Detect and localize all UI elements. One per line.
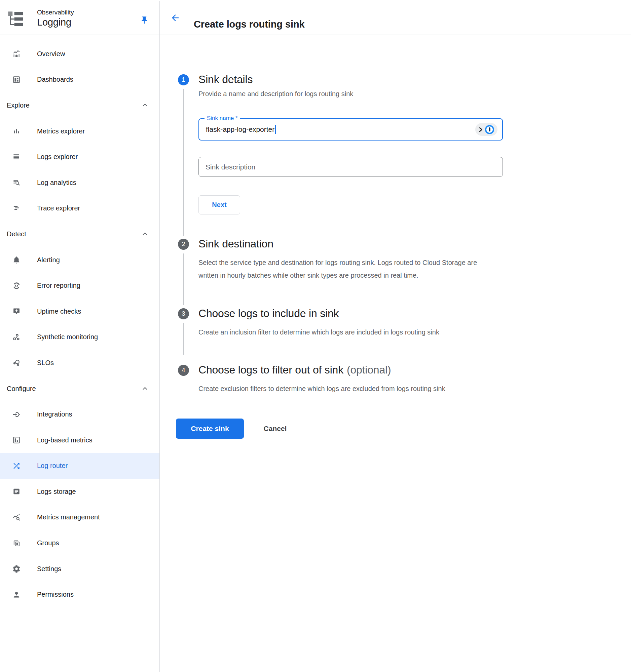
metrics-management-icon — [12, 513, 21, 522]
sidebar-item-label: Metrics management — [37, 513, 100, 521]
sidebar-item-dashboards[interactable]: Dashboards — [0, 67, 159, 93]
sidebar-item-slos[interactable]: SLOs — [0, 350, 159, 376]
sidebar-item-log-router[interactable]: Log router — [0, 453, 159, 479]
integrations-icon — [12, 410, 21, 419]
sidebar-item-label: Metrics explorer — [37, 127, 85, 135]
sidebar-item-settings[interactable]: Settings — [0, 556, 159, 582]
sidebar-section-label: Explore — [7, 101, 30, 109]
sidebar-nav: OverviewDashboardsExploreMetrics explore… — [0, 35, 159, 607]
step-2-title: Sink destination — [198, 236, 274, 251]
log-based-metrics-icon — [12, 436, 21, 445]
stepper-line — [183, 323, 184, 355]
stepper-line — [183, 254, 184, 305]
sidebar: Observability Logging OverviewDashboards… — [0, 1, 160, 672]
create-sink-stepper: 1 Sink details Provide a name and descri… — [160, 35, 631, 672]
step-1-description: Provide a name and description for logs … — [198, 88, 353, 100]
logs-storage-icon — [12, 487, 21, 496]
sidebar-item-permissions[interactable]: Permissions — [0, 581, 159, 607]
permissions-icon — [12, 590, 21, 599]
sink-name-value-row: flask-app-log-exporter — [199, 119, 502, 140]
sidebar-section-configure[interactable]: Configure — [0, 376, 159, 402]
step-2-title-text: Sink destination — [198, 238, 274, 250]
sidebar-item-label: Log analytics — [37, 179, 76, 187]
sidebar-item-label: Uptime checks — [37, 308, 81, 315]
sidebar-item-trace-explorer[interactable]: Trace explorer — [0, 196, 159, 221]
step-3-circle: 3 — [178, 308, 189, 319]
step-4-title: Choose logs to filter out of sink(option… — [198, 362, 391, 377]
step-2-description: Select the service type and destination … — [198, 256, 481, 282]
sidebar-item-log-based-metrics[interactable]: Log-based metrics — [0, 427, 159, 453]
groups-icon — [12, 539, 21, 548]
sidebar-section-explore[interactable]: Explore — [0, 92, 159, 118]
pin-icon[interactable] — [139, 15, 149, 25]
sidebar-item-error-reporting[interactable]: Error reporting — [0, 273, 159, 298]
sidebar-item-overview[interactable]: Overview — [0, 41, 159, 67]
sidebar-section-detect[interactable]: Detect — [0, 221, 159, 247]
sidebar-item-synthetic-monitoring[interactable]: Synthetic monitoring — [0, 325, 159, 350]
sidebar-item-metrics-management[interactable]: Metrics management — [0, 505, 159, 530]
logs-explorer-icon — [12, 153, 21, 161]
cancel-button[interactable]: Cancel — [252, 418, 299, 439]
step-4-title-text: Choose logs to filter out of sink — [198, 364, 344, 376]
stepper-line — [183, 89, 184, 236]
sidebar-item-label: Overview — [37, 50, 65, 58]
step-3-title: Choose logs to include in sink — [198, 306, 339, 321]
password-manager-autofill-button[interactable] — [475, 123, 497, 136]
step-3-title-text: Choose logs to include in sink — [198, 307, 339, 319]
sidebar-item-label: Integrations — [37, 410, 72, 418]
sidebar-item-uptime-checks[interactable]: Uptime checks — [0, 298, 159, 325]
sidebar-item-label: Log-based metrics — [37, 436, 93, 444]
logging-logo-icon — [7, 10, 25, 28]
step-4-description: Create exclusion filters to determine wh… — [198, 382, 445, 395]
sidebar-item-label: Logs explorer — [37, 153, 78, 161]
back-arrow-icon[interactable] — [169, 12, 181, 24]
sidebar-item-integrations[interactable]: Integrations — [0, 401, 159, 427]
sidebar-item-label: Dashboards — [37, 76, 73, 83]
trace-explorer-icon — [12, 204, 21, 213]
main-panel: Create logs routing sink 1 Sink details … — [160, 1, 631, 672]
step-1-title: Sink details — [198, 72, 253, 87]
sidebar-item-groups[interactable]: Groups — [0, 530, 159, 556]
slos-icon — [12, 358, 21, 367]
sidebar-item-label: Groups — [37, 539, 59, 547]
next-button[interactable]: Next — [198, 195, 240, 214]
sink-name-field[interactable]: Sink name * flask-app-log-exporter — [198, 118, 503, 141]
chevron-right-icon — [478, 127, 483, 132]
sink-name-label: Sink name * — [205, 115, 240, 122]
dashboards-icon — [12, 75, 21, 84]
sidebar-section-label: Configure — [7, 385, 36, 393]
alerting-icon — [12, 256, 21, 264]
sidebar-titles: Observability Logging — [37, 8, 74, 28]
create-sink-button[interactable]: Create sink — [176, 418, 244, 439]
step-1-title-text: Sink details — [198, 73, 253, 86]
sidebar-item-logs-explorer[interactable]: Logs explorer — [0, 144, 159, 170]
log-router-icon — [12, 461, 21, 470]
step-1-circle: 1 — [178, 74, 189, 86]
overview-icon — [12, 49, 21, 58]
chevron-up-icon — [141, 101, 149, 109]
product-title: Logging — [37, 17, 74, 28]
create-logs-routing-sink-page: Observability Logging OverviewDashboards… — [0, 0, 631, 672]
sidebar-item-label: Alerting — [37, 256, 60, 264]
error-reporting-icon — [12, 281, 21, 290]
main-header: Create logs routing sink — [160, 1, 631, 35]
step-4-circle: 4 — [178, 365, 189, 376]
sidebar-header: Observability Logging — [0, 1, 159, 35]
sidebar-item-label: Trace explorer — [37, 205, 80, 212]
sidebar-item-alerting[interactable]: Alerting — [0, 247, 159, 273]
log-analytics-icon — [12, 178, 21, 187]
sidebar-item-label: Synthetic monitoring — [37, 333, 98, 341]
sink-description-input[interactable] — [198, 157, 503, 177]
uptime-checks-icon — [12, 307, 21, 316]
text-cursor — [275, 125, 276, 134]
sidebar-section-label: Detect — [7, 230, 26, 238]
sidebar-item-logs-storage[interactable]: Logs storage — [0, 479, 159, 505]
sidebar-item-label: Permissions — [37, 591, 74, 598]
sidebar-item-metrics-explorer[interactable]: Metrics explorer — [0, 118, 159, 144]
sidebar-item-log-analytics[interactable]: Log analytics — [0, 170, 159, 196]
sidebar-item-label: Error reporting — [37, 282, 80, 289]
synthetic-monitoring-icon — [12, 333, 21, 341]
chevron-up-icon — [141, 385, 149, 392]
sidebar-item-label: Settings — [37, 565, 61, 573]
sidebar-item-label: SLOs — [37, 359, 54, 367]
